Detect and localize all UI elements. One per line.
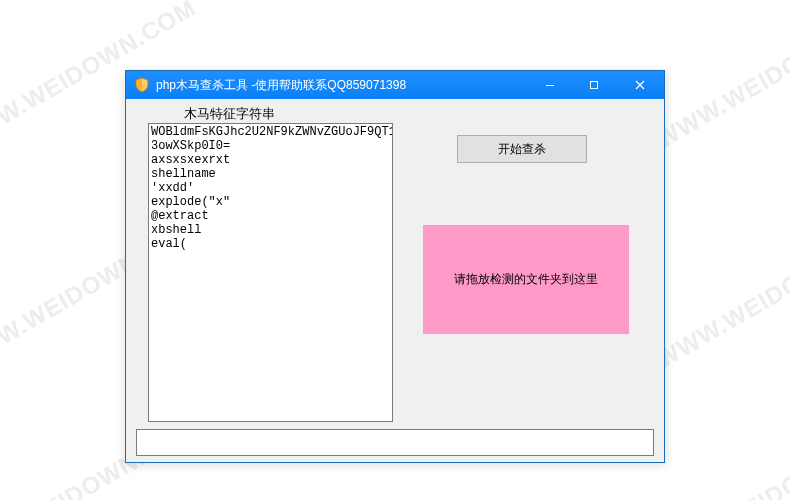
svg-rect-1 <box>591 82 598 89</box>
start-scan-button[interactable]: 开始查杀 <box>457 135 587 163</box>
window-controls <box>528 71 664 99</box>
window-title: php木马查杀工具 -使用帮助联系QQ859071398 <box>156 77 406 94</box>
svg-rect-0 <box>546 85 554 86</box>
watermark: WWW.WEIDOWN.COM <box>651 414 790 500</box>
maximize-button[interactable] <box>572 71 616 99</box>
watermark: WWW.WEIDOWN.COM <box>651 214 790 374</box>
drop-zone-text: 请拖放检测的文件夹到这里 <box>454 271 598 288</box>
result-output[interactable] <box>136 429 654 456</box>
signature-label: 木马特征字符串 <box>184 105 275 123</box>
drop-folder-zone[interactable]: 请拖放检测的文件夹到这里 <box>423 225 629 334</box>
app-shield-icon <box>134 77 150 93</box>
client-area: 木马特征字符串 WOBldmFsKGJhc2U2NF9kZWNvZGUoJF9Q… <box>126 99 664 462</box>
close-button[interactable] <box>616 71 664 99</box>
signature-textarea[interactable]: WOBldmFsKGJhc2U2NF9kZWNvZGUoJF9QT1NUW 3o… <box>148 123 393 422</box>
minimize-button[interactable] <box>528 71 572 99</box>
titlebar[interactable]: php木马查杀工具 -使用帮助联系QQ859071398 <box>126 71 664 99</box>
app-window: php木马查杀工具 -使用帮助联系QQ859071398 木马特征字符串 WOB… <box>125 70 665 463</box>
watermark: WWW.WEIDOWN.COM <box>651 0 790 154</box>
